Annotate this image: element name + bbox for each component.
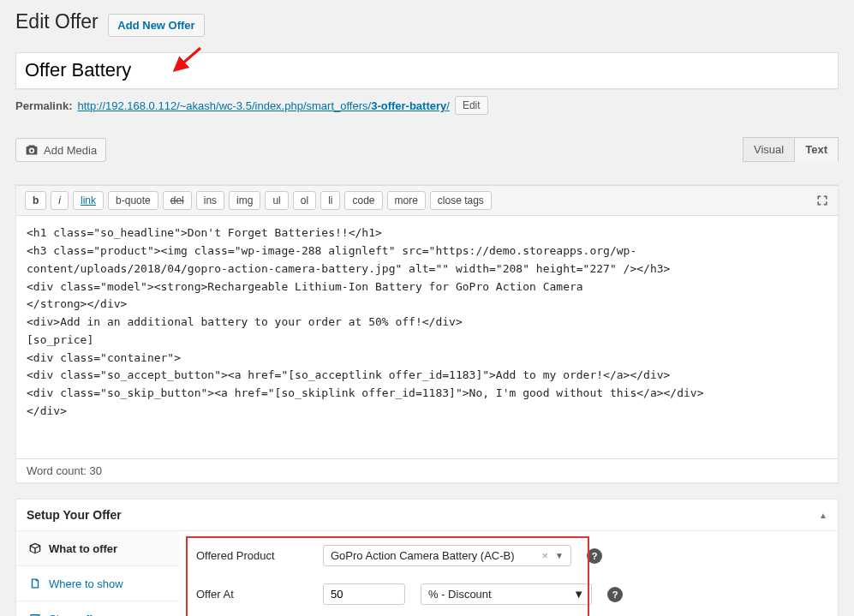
tbtn-link[interactable]: link (73, 191, 104, 210)
permalink-label: Permalink: (15, 99, 72, 112)
document-icon (28, 577, 42, 590)
setup-offer-title: Setup Your Offer (27, 508, 122, 522)
tbtn-ins[interactable]: ins (196, 191, 224, 210)
page-title: Edit Offer (15, 10, 99, 33)
tbtn-code[interactable]: code (344, 191, 382, 210)
chevron-down-icon: ▼ (573, 588, 584, 601)
add-new-offer-button[interactable]: Add New Offer (108, 14, 204, 38)
side-tab-label: Show offer as (49, 613, 116, 616)
discount-type-value: % - Discount (428, 588, 492, 601)
tbtn-li[interactable]: li (320, 191, 340, 210)
editor-toolbar: b i link b-quote del ins img ul ol li co… (16, 185, 838, 216)
tbtn-close-tags[interactable]: close tags (430, 191, 492, 210)
monitor-icon (28, 612, 42, 616)
add-media-button[interactable]: Add Media (15, 138, 106, 162)
discount-type-select[interactable]: % - Discount ▼ (421, 583, 592, 605)
side-tab-what-to-offer[interactable]: What to offer (16, 531, 179, 566)
tab-visual[interactable]: Visual (743, 137, 795, 162)
offered-product-value: GoPro Action Camera Battery (AC-B) (331, 549, 515, 562)
camera-icon (25, 143, 39, 157)
collapse-icon[interactable]: ▲ (819, 511, 827, 520)
tbtn-italic[interactable]: i (51, 191, 69, 210)
side-tab-where-to-show[interactable]: Where to show (16, 566, 179, 601)
setup-offer-box: Setup Your Offer ▲ What to offer Where t… (15, 499, 839, 616)
offer-at-input[interactable] (323, 583, 405, 605)
edit-permalink-button[interactable]: Edit (455, 96, 488, 115)
offered-product-label: Offered Product (196, 549, 308, 562)
tbtn-bquote[interactable]: b-quote (108, 191, 158, 210)
box-icon (28, 541, 42, 555)
tbtn-ol[interactable]: ol (293, 191, 316, 210)
tbtn-img[interactable]: img (229, 191, 260, 210)
offer-at-label: Offer At (196, 588, 308, 601)
content-editor-textarea[interactable] (16, 216, 838, 456)
help-offer-at-icon[interactable]: ? (607, 587, 623, 602)
tbtn-del[interactable]: del (163, 191, 192, 210)
tbtn-bold[interactable]: b (25, 191, 46, 210)
side-tab-label: What to offer (49, 542, 117, 555)
offered-product-select[interactable]: GoPro Action Camera Battery (AC-B) × ▼ (323, 545, 571, 566)
side-tab-show-offer-as[interactable]: Show offer as (16, 601, 179, 616)
tbtn-ul[interactable]: ul (265, 191, 288, 210)
offer-title-input[interactable] (15, 52, 839, 89)
add-media-label: Add Media (44, 144, 97, 157)
tbtn-more[interactable]: more (387, 191, 426, 210)
chevron-down-icon: ▼ (555, 551, 564, 560)
help-offered-product-icon[interactable]: ? (587, 548, 602, 564)
permalink-row: Permalink: http://192.168.0.112/~akash/w… (15, 96, 839, 115)
editor: b i link b-quote del ins img ul ol li co… (15, 184, 839, 483)
tab-text[interactable]: Text (795, 137, 839, 162)
word-count-label: Word count: 30 (16, 458, 838, 482)
fullscreen-icon[interactable] (815, 194, 829, 207)
permalink-link[interactable]: http://192.168.0.112/~akash/wc-3.5/index… (77, 99, 449, 112)
side-tab-label: Where to show (49, 577, 123, 590)
clear-selection-icon[interactable]: × (542, 549, 549, 562)
